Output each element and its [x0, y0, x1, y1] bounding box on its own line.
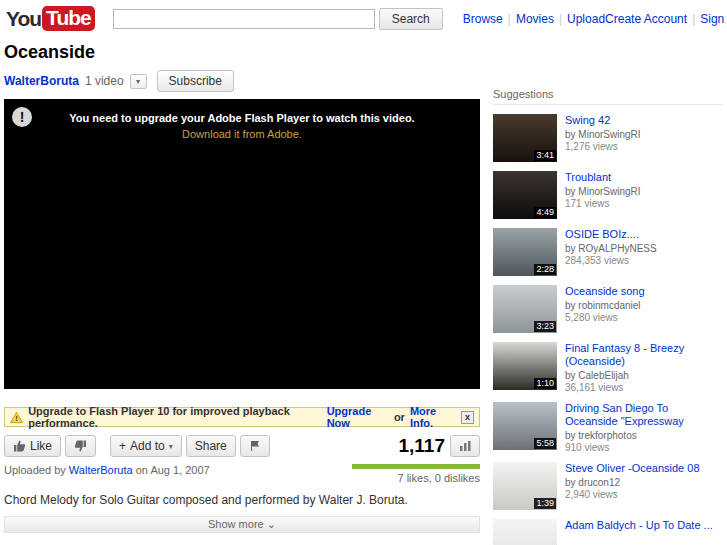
suggestion-thumbnail[interactable]: 1:10	[493, 342, 557, 390]
suggestion-author: by robinmcdaniel	[565, 300, 645, 311]
suggestion-author: by ROyALPHyNESS	[565, 243, 657, 254]
suggestion-item: 2:28 OSIDE BOIz.... by ROyALPHyNESS 284,…	[493, 228, 723, 276]
suggestions-heading: Suggestions	[493, 88, 723, 105]
flash-banner-text: Upgrade to Flash Player 10 for improved …	[28, 405, 321, 429]
search-button[interactable]: Search	[379, 8, 443, 30]
suggestion-views: 284,353 views	[565, 255, 657, 266]
subscribe-button[interactable]: Subscribe	[157, 70, 234, 92]
nav-movies[interactable]: Movies	[516, 12, 554, 26]
more-info-link[interactable]: More Info.	[410, 405, 456, 429]
suggestion-title-link[interactable]: Swing 42	[565, 114, 641, 127]
suggestion-thumbnail[interactable]: 2:28	[493, 228, 557, 276]
svg-text:!: !	[15, 414, 18, 423]
page-content: Oceanside WalterBoruta 1 video ▾ Subscri…	[0, 36, 727, 545]
suggestion-title-link[interactable]: Troublant	[565, 171, 641, 184]
suggestion-item: 4:49 Troublant by MinorSwingRI 171 views	[493, 171, 723, 219]
channel-videos-dropdown[interactable]: ▾	[130, 74, 147, 89]
account-separator: |	[692, 12, 695, 26]
flag-icon	[249, 440, 261, 452]
youtube-logo[interactable]: YouTube	[6, 6, 95, 31]
suggestion-author: by MinorSwingRI	[565, 129, 641, 140]
nav-separator: |	[508, 12, 511, 26]
uploaded-info: Uploaded by WalterBoruta on Aug 1, 2007	[4, 464, 210, 484]
adobe-download-link[interactable]: Download it from Adobe.	[4, 128, 480, 140]
suggestion-thumbnail[interactable]	[493, 519, 557, 545]
thumb-down-icon	[74, 440, 87, 452]
video-duration-badge: 3:41	[534, 150, 556, 161]
uploader-meta-link[interactable]: WalterBoruta	[69, 464, 133, 476]
video-duration-badge: 4:49	[534, 207, 556, 218]
flag-button[interactable]	[240, 435, 270, 457]
suggestion-views: 5,280 views	[565, 312, 645, 323]
suggestion-info: Adam Baldych - Up To Date ...	[565, 519, 713, 545]
video-duration-badge: 2:28	[534, 264, 556, 275]
video-player[interactable]: ! You need to upgrade your Adobe Flash P…	[4, 99, 480, 389]
likes-ratio-bar	[352, 464, 480, 469]
sign-in-link[interactable]: Sign In	[700, 12, 727, 26]
logo-you: You	[6, 7, 41, 31]
suggestion-thumbnail[interactable]: 1:39	[493, 462, 557, 510]
suggestion-views: 1,276 views	[565, 141, 641, 152]
search-input[interactable]	[113, 9, 375, 29]
suggestion-title-link[interactable]: Adam Baldych - Up To Date ...	[565, 519, 713, 532]
add-to-label: Add to	[130, 439, 165, 453]
share-button[interactable]: Share	[186, 435, 236, 457]
chart-icon	[459, 440, 471, 452]
suggestion-author: by trekforphotos	[565, 430, 723, 441]
uploader-video-count: 1 video	[85, 74, 124, 88]
suggestion-item: Adam Baldych - Up To Date ...	[493, 519, 723, 545]
suggestion-thumbnail[interactable]: 4:49	[493, 171, 557, 219]
suggestion-item: 1:10 Final Fantasy 8 - Breezy (Oceanside…	[493, 342, 723, 393]
uploader-row: WalterBoruta 1 video ▾ Subscribe	[4, 70, 480, 92]
uploaded-prefix: Uploaded by	[4, 464, 66, 476]
suggestion-item: 5:58 Driving San Diego To Oceanside "Exp…	[493, 402, 723, 453]
suggestion-title-link[interactable]: Final Fantasy 8 - Breezy (Oceanside)	[565, 342, 723, 368]
suggestion-title-link[interactable]: OSIDE BOIz....	[565, 228, 657, 241]
suggestion-title-link[interactable]: Driving San Diego To Oceanside "Expressw…	[565, 402, 723, 428]
main-column: Oceanside WalterBoruta 1 video ▾ Subscri…	[4, 36, 480, 545]
account-nav: Create Account|Sign In	[605, 12, 727, 26]
suggestion-title-link[interactable]: Steve Oliver -Oceanside 08	[565, 462, 700, 475]
suggestion-author: by MinorSwingRI	[565, 186, 641, 197]
search-area: Search	[113, 8, 443, 30]
show-more-button[interactable]: Show more ⌄	[4, 516, 480, 533]
uploaded-suffix: on Aug 1, 2007	[136, 464, 210, 476]
video-meta-row: Uploaded by WalterBoruta on Aug 1, 2007 …	[4, 464, 480, 484]
video-description: Chord Melody for Solo Guitar composed an…	[4, 493, 480, 507]
suggestion-item: 3:23 Oceanside song by robinmcdaniel 5,2…	[493, 285, 723, 333]
suggestion-thumbnail[interactable]: 3:41	[493, 114, 557, 162]
nav-separator: |	[559, 12, 562, 26]
suggestion-info: Troublant by MinorSwingRI 171 views	[565, 171, 641, 219]
video-title: Oceanside	[4, 42, 480, 63]
upgrade-now-link[interactable]: Upgrade Now	[327, 405, 389, 429]
suggestion-author: by drucon12	[565, 477, 700, 488]
likes-dislikes-text: 7 likes, 0 dislikes	[352, 472, 480, 484]
like-button[interactable]: Like	[4, 435, 61, 457]
suggestion-thumbnail[interactable]: 5:58	[493, 402, 557, 450]
suggestion-info: Steve Oliver -Oceanside 08 by drucon12 2…	[565, 462, 700, 510]
video-duration-badge: 5:58	[534, 438, 556, 449]
video-duration-badge: 3:23	[534, 321, 556, 332]
suggestion-item: 3:41 Swing 42 by MinorSwingRI 1,276 view…	[493, 114, 723, 162]
uploader-link[interactable]: WalterBoruta	[4, 74, 79, 88]
suggestion-thumbnail[interactable]: 3:23	[493, 285, 557, 333]
flash-banner-or: or	[394, 411, 405, 423]
views-area: 1,117	[399, 435, 481, 457]
suggestion-title-link[interactable]: Oceanside song	[565, 285, 645, 298]
suggestion-views: 2,940 views	[565, 489, 700, 500]
nav-upload[interactable]: Upload	[567, 12, 605, 26]
add-to-button[interactable]: + Add to ▾	[110, 435, 182, 457]
top-nav: Browse|Movies|Upload	[463, 12, 605, 26]
flash-upgrade-banner: ! Upgrade to Flash Player 10 for improve…	[4, 407, 480, 427]
flash-upgrade-message: You need to upgrade your Adobe Flash Pla…	[4, 99, 480, 124]
view-count: 1,117	[399, 435, 446, 457]
create-account-link[interactable]: Create Account	[605, 12, 687, 26]
statistics-button[interactable]	[450, 435, 480, 457]
chevron-down-icon: ▾	[169, 442, 173, 451]
nav-browse[interactable]: Browse	[463, 12, 503, 26]
player-alert-icon: !	[12, 107, 32, 127]
likes-info: 7 likes, 0 dislikes	[352, 464, 480, 484]
close-banner-button[interactable]: x	[461, 411, 474, 424]
share-label: Share	[195, 439, 227, 453]
dislike-button[interactable]	[65, 435, 96, 457]
